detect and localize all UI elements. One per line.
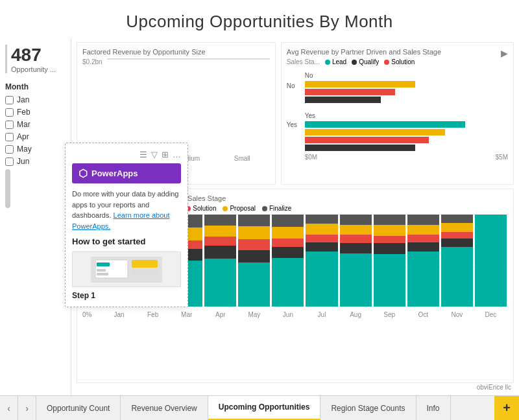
page-title: Upcoming Opportunities By Month xyxy=(0,0,519,38)
h-bar-yes-row1 xyxy=(305,121,505,128)
stacked-bar-Jun xyxy=(272,215,304,307)
y-label-top: $0.2bn xyxy=(82,58,103,65)
stacked-y-0: 0% xyxy=(82,311,99,318)
stacked-x-label: Oct xyxy=(407,311,439,318)
popup-filter-icon[interactable]: ▽ xyxy=(151,150,158,159)
filter-item-jan[interactable]: Jan xyxy=(5,95,66,104)
filter-item-mar[interactable]: Mar xyxy=(5,120,66,129)
tab-info[interactable]: Info xyxy=(416,396,451,421)
tab-nav-prev[interactable]: ‹ xyxy=(0,396,18,421)
stacked-x-label: Nov xyxy=(441,311,473,318)
tab-revenue-overview[interactable]: Revenue Overview xyxy=(121,396,208,421)
y-no-label: No xyxy=(287,82,295,89)
stacked-seg xyxy=(272,227,304,239)
h-seg-yes-red xyxy=(305,137,429,143)
stacked-seg xyxy=(407,251,439,307)
svg-rect-5 xyxy=(97,269,106,272)
stacked-seg xyxy=(306,224,337,235)
legend-solution-label: Solution xyxy=(391,58,415,65)
filter-item-apr[interactable]: Apr xyxy=(5,132,66,141)
powerapps-banner: ⬡ PowerApps xyxy=(72,163,181,183)
stacked-bar-Aug xyxy=(340,215,372,307)
h-bar-label-no: No xyxy=(305,72,505,79)
stacked-bar-Apr xyxy=(204,215,236,307)
filter-label: Month xyxy=(5,82,66,91)
stacked-seg xyxy=(238,250,270,262)
h-seg-no-red xyxy=(305,89,395,95)
stacked-x-labels: JanFebMarAprMayJunJulAugSepOctNovDec xyxy=(102,311,508,318)
tab-opportunity-count[interactable]: Opportunity Count xyxy=(36,396,121,421)
checkbox-may[interactable] xyxy=(5,145,14,154)
stacked-seg xyxy=(441,223,473,232)
stacked-seg xyxy=(374,243,405,254)
stacked-x-label: Jul xyxy=(306,311,337,318)
filter-section: Month Jan Feb Mar Apr May Jun xyxy=(5,82,66,208)
factored-revenue-title: Factored Revenue by Opportunity Size xyxy=(82,48,270,56)
legend-solution: Solution xyxy=(384,58,415,65)
kpi-number: 487 xyxy=(11,45,66,65)
legend-sales-sta: Sales Sta... xyxy=(287,58,320,65)
h-bar-yes-row4 xyxy=(305,145,505,151)
stacked-seg xyxy=(441,232,473,239)
stacked-seg xyxy=(407,242,439,251)
popup-step-image xyxy=(88,253,165,286)
checkbox-mar[interactable] xyxy=(5,121,14,129)
stacked-bar-May xyxy=(238,215,270,307)
stacked-proposal-label: Proposal xyxy=(230,205,255,212)
h-bar-no-row1 xyxy=(305,81,505,88)
kpi-box: 487 Opportunity ... xyxy=(5,45,66,73)
stacked-seg xyxy=(340,225,372,235)
tab-upcoming-opportunities[interactable]: Upcoming Opportunities xyxy=(208,396,321,421)
stacked-bar-Oct xyxy=(407,215,439,307)
popup-step-label: Step 1 xyxy=(72,291,181,300)
stacked-x-label: Dec xyxy=(475,311,507,318)
h-bar-label-yes: Yes xyxy=(305,112,505,119)
stacked-seg xyxy=(306,235,337,242)
filter-item-feb[interactable]: Feb xyxy=(5,108,66,117)
checkbox-jan[interactable] xyxy=(5,96,14,104)
x-label-0m: $0M xyxy=(305,154,317,161)
tab-region-stage-counts[interactable]: Region Stage Counts xyxy=(320,396,416,421)
stacked-seg xyxy=(374,225,405,236)
h-bar-no-row2 xyxy=(305,89,505,95)
popup-image xyxy=(72,251,181,287)
h-seg-no-yellow xyxy=(305,81,415,88)
stacked-bar-Jul xyxy=(306,215,337,307)
stacked-seg xyxy=(204,237,236,246)
popup-grid-icon[interactable]: ⊞ xyxy=(162,150,169,159)
tab-add-button[interactable]: + xyxy=(494,396,519,421)
avg-revenue-chart: Avg Revenue by Partner Driven and Sales … xyxy=(281,42,514,185)
bar-chart-bars xyxy=(107,58,270,139)
stacked-seg xyxy=(306,242,337,251)
stacked-bar-Nov xyxy=(441,215,473,307)
stacked-seg xyxy=(441,247,473,307)
scrollbar[interactable] xyxy=(5,169,10,208)
stacked-seg xyxy=(272,258,304,307)
y-axis-labels: $0.2bn $0.0bn xyxy=(82,58,103,150)
stacked-x-label: May xyxy=(238,311,270,318)
checkbox-feb[interactable] xyxy=(5,108,14,117)
stacked-x-label: Jan xyxy=(103,311,135,318)
popup-more-icon[interactable]: … xyxy=(173,150,181,159)
svg-rect-2 xyxy=(132,260,158,268)
h-bar-x-labels: $0M $5M xyxy=(305,154,508,161)
x-label-small: Small xyxy=(221,155,263,162)
lead-dot xyxy=(325,60,330,65)
stacked-seg xyxy=(204,259,236,307)
popup-menu-icon[interactable]: ☰ xyxy=(139,150,147,159)
stacked-seg xyxy=(306,251,337,307)
stacked-x-label: Sep xyxy=(374,311,405,318)
stacked-seg xyxy=(204,226,236,237)
avg-revenue-title: Avg Revenue by Partner Driven and Sales … xyxy=(287,48,441,56)
stacked-seg xyxy=(238,262,270,307)
checkbox-jun[interactable] xyxy=(5,158,14,166)
filter-item-jun[interactable]: Jun xyxy=(5,157,66,166)
stacked-seg xyxy=(238,226,270,239)
checkbox-apr[interactable] xyxy=(5,133,14,141)
stacked-finalize-dot xyxy=(262,206,267,211)
chevron-right-icon[interactable]: ▶ xyxy=(501,48,508,58)
filter-item-may[interactable]: May xyxy=(5,145,66,154)
tab-nav-next[interactable]: › xyxy=(18,396,36,421)
stacked-seg xyxy=(272,247,304,258)
h-seg-yes-teal xyxy=(305,121,465,128)
